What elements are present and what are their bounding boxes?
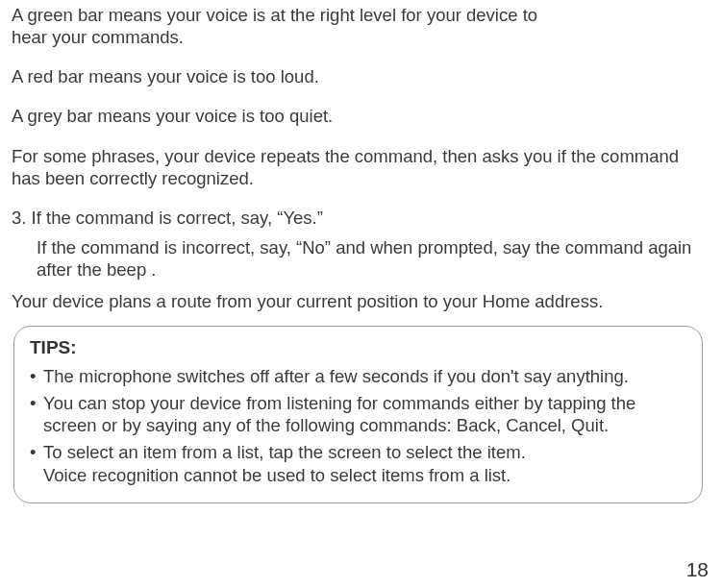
paragraph-repeat: For some phrases, your device repeats th… [12,145,705,189]
paragraph-red-bar: A red bar means your voice is too loud. [12,65,705,87]
paragraph-plan-route: Your device plans a route from your curr… [12,290,705,312]
paragraph-green-bar: A green bar means your voice is at the r… [12,4,550,48]
tip-item: • You can stop your device from listenin… [30,392,686,436]
step-3-sub: If the command is incorrect, say, “No” a… [37,236,705,281]
step-3: 3. If the command is correct, say, “Yes.… [12,207,705,229]
page-number: 18 [686,557,709,582]
tip-text: The microphone switches off after a few … [43,365,686,387]
tips-list: • The microphone switches off after a fe… [30,365,686,486]
bullet-icon: • [30,365,43,387]
tip-item: • To select an item from a list, tap the… [30,441,686,485]
tip-text: You can stop your device from listening … [43,392,686,436]
paragraph-grey-bar: A grey bar means your voice is too quiet… [12,105,705,127]
bullet-icon: • [30,441,43,485]
tips-title: TIPS: [30,336,686,359]
tip-text: To select an item from a list, tap the s… [43,441,686,485]
tips-box: TIPS: • The microphone switches off afte… [13,326,703,502]
tip-item: • The microphone switches off after a fe… [30,365,686,387]
bullet-icon: • [30,392,43,436]
